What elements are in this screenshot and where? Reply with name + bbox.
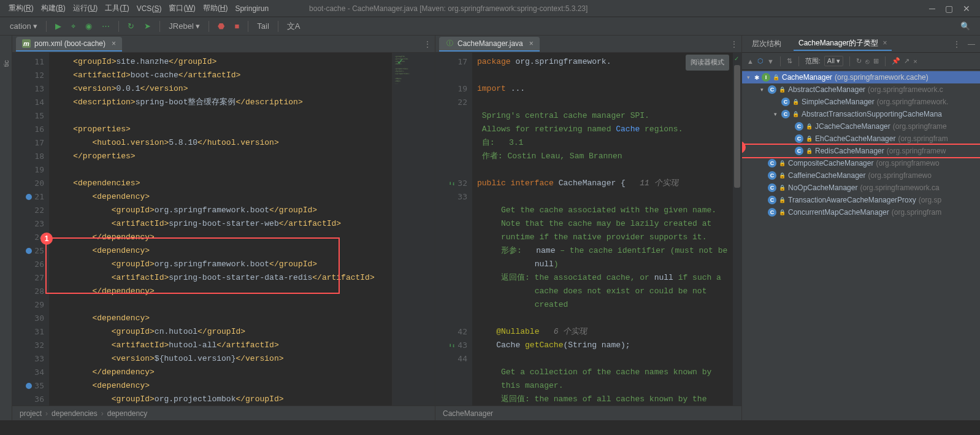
line-gutter[interactable]: 1112131415161718192021222324252627282930…: [12, 53, 49, 406]
code-line[interactable]: [477, 69, 733, 82]
code-line[interactable]: null): [477, 258, 733, 271]
code-line[interactable]: [54, 163, 392, 177]
code-line[interactable]: <artifactId>spring-boot-starter-web</art…: [54, 217, 392, 231]
tree-row[interactable]: C🔒JCacheCacheManager (org.springframe: [742, 120, 980, 133]
tab-more-icon[interactable]: ⋮: [730, 40, 738, 48]
gutter-line[interactable]: ⬇↕32: [435, 177, 467, 190]
gutter-line[interactable]: 42: [435, 325, 467, 339]
code-line[interactable]: </dependency>: [54, 366, 392, 379]
stop-icon-1[interactable]: ⬣: [214, 20, 228, 32]
jrebel-arrow-icon[interactable]: ➤: [140, 20, 155, 32]
tab-more-icon[interactable]: ⋮: [424, 40, 431, 48]
code-line[interactable]: <dependency>: [54, 312, 392, 325]
menu-tools[interactable]: 工具(T): [101, 3, 132, 13]
gutter-line[interactable]: [435, 244, 467, 258]
run-icon[interactable]: ▶: [52, 20, 65, 32]
gutter-line[interactable]: [435, 366, 467, 379]
code-line[interactable]: <version>${hutool.version}</version>: [54, 352, 392, 366]
autoscroll-icon[interactable]: ⎋: [865, 58, 870, 65]
code-line[interactable]: 形参: name – the cache identifier (must no…: [477, 244, 733, 258]
gutter-line[interactable]: 18: [12, 150, 44, 163]
code-line[interactable]: <groupId>org.springframework.boot</group…: [54, 204, 392, 217]
gutter-line[interactable]: 24: [12, 231, 44, 244]
gutter-line[interactable]: 19: [12, 163, 44, 177]
menu-vcs[interactable]: VCS(S): [133, 4, 166, 13]
code-line[interactable]: Get a collection of the cache names know…: [477, 366, 733, 379]
line-gutter[interactable]: 171922⬇↕323342⬇↕4344⬇↕49: [435, 53, 472, 406]
code-line[interactable]: Spring's central cache manager SPI.: [477, 109, 733, 123]
breadcrumb-item[interactable]: project: [20, 409, 42, 418]
code-line[interactable]: cache does not exist or could be not: [477, 285, 733, 298]
gutter-line[interactable]: 33: [12, 352, 44, 366]
scope-dropdown[interactable]: All ▾: [824, 56, 843, 66]
gutter-line[interactable]: [435, 163, 467, 177]
gutter-line[interactable]: 30: [12, 312, 44, 325]
code-line[interactable]: [477, 352, 733, 366]
code-line[interactable]: created: [477, 298, 733, 312]
inspection-ok-icon[interactable]: ✓: [397, 56, 404, 66]
close-icon[interactable]: ×: [112, 39, 116, 48]
gutter-line[interactable]: [435, 217, 467, 231]
code-line[interactable]: </dependency>: [54, 231, 392, 244]
code-line[interactable]: <dependencies>: [54, 177, 392, 190]
run-config-dropdown[interactable]: cation ▾: [6, 20, 41, 32]
tree-row[interactable]: ▾C🔒AbstractTransactionSupportingCacheMan…: [742, 108, 980, 120]
tree-row[interactable]: ▾✱I🔒CacheManager (org.springframework.ca…: [742, 71, 980, 83]
tail-button[interactable]: Tail: [253, 20, 273, 32]
tree-row[interactable]: C🔒CaffeineCacheManager (org.springframew…: [742, 169, 980, 182]
jrebel-dropdown[interactable]: JRebel ▾: [165, 20, 204, 32]
hierarchy-tree[interactable]: ▾✱I🔒CacheManager (org.springframework.ca…: [742, 70, 980, 420]
gutter-line[interactable]: 12: [12, 69, 44, 82]
sidebar-vertical-label[interactable]: tic: [2, 60, 10, 67]
gutter-line[interactable]: 13: [12, 82, 44, 96]
gutter-line[interactable]: [435, 393, 467, 406]
tree-expand-icon[interactable]: ▾: [771, 111, 779, 117]
code-line[interactable]: [477, 96, 733, 109]
gutter-line[interactable]: 35: [12, 379, 44, 393]
code-line[interactable]: public interface CacheManager { 11 个实现: [477, 177, 733, 190]
code-line[interactable]: 返回值: the names of all caches known by th…: [477, 393, 733, 406]
scrollbar-thumb[interactable]: [734, 65, 740, 188]
panel-hide-icon[interactable]: —: [968, 40, 975, 48]
gutter-line[interactable]: 36: [12, 393, 44, 406]
code-line[interactable]: <artifactId>hutool-all</artifactId>: [54, 339, 392, 352]
tree-row[interactable]: C🔒EhCacheCacheManager (org.springfram: [742, 133, 980, 145]
minimap[interactable]: <groupId><artifactId><version><desc><pro…: [392, 53, 435, 406]
code-line[interactable]: <dependency>: [54, 379, 392, 393]
code-line[interactable]: <groupId>cn.hutool</groupId>: [54, 325, 392, 339]
gutter-line[interactable]: 29: [12, 298, 44, 312]
gutter-line[interactable]: 28: [12, 285, 44, 298]
code-line[interactable]: <artifactId>boot-cache</artifactId>: [54, 69, 392, 82]
close-icon[interactable]: ×: [913, 58, 917, 65]
sort-icon[interactable]: ⇅: [787, 57, 792, 65]
window-maximize[interactable]: ▢: [945, 4, 953, 13]
gutter-line[interactable]: 26: [12, 258, 44, 271]
class-hierarchy-icon[interactable]: ▲: [747, 58, 754, 65]
gutter-line[interactable]: 44: [435, 352, 467, 366]
code-line[interactable]: <dependency>: [54, 244, 392, 258]
gutter-line[interactable]: [435, 298, 467, 312]
code-area[interactable]: 阅读器模式 package org.springframework.import…: [472, 53, 733, 406]
tab-pom[interactable]: m pom.xml (boot-cache) ×: [16, 37, 122, 52]
gutter-line[interactable]: 22: [435, 96, 467, 109]
expand-icon[interactable]: ⊞: [873, 57, 879, 65]
gutter-line[interactable]: 33: [435, 190, 467, 204]
gutter-line[interactable]: [435, 285, 467, 298]
close-icon[interactable]: ×: [882, 39, 887, 47]
gutter-line[interactable]: [435, 312, 467, 325]
code-line[interactable]: <description>spring-boot整合缓存案例</descript…: [54, 96, 392, 109]
gutter-line[interactable]: 22: [12, 204, 44, 217]
menu-springirun[interactable]: Springirun: [231, 4, 272, 13]
tree-row[interactable]: C🔒NoOpCacheManager (org.springframework.…: [742, 182, 980, 194]
window-close[interactable]: ✕: [963, 4, 970, 13]
panel-tab-subtypes[interactable]: CacheManager的子类型 ×: [794, 37, 892, 51]
gutter-line[interactable]: 16: [12, 123, 44, 136]
gutter-line[interactable]: ⬇↕43: [435, 339, 467, 352]
code-line[interactable]: <dependency>: [54, 190, 392, 204]
code-line[interactable]: [54, 298, 392, 312]
tree-row[interactable]: C🔒CompositeCacheManager (org.springframe…: [742, 157, 980, 169]
gutter-line[interactable]: 20: [12, 177, 44, 190]
gutter-line[interactable]: 27: [12, 271, 44, 285]
code-line[interactable]: <groupId>org.springframework.boot</group…: [54, 258, 392, 271]
gutter-line[interactable]: 34: [12, 366, 44, 379]
